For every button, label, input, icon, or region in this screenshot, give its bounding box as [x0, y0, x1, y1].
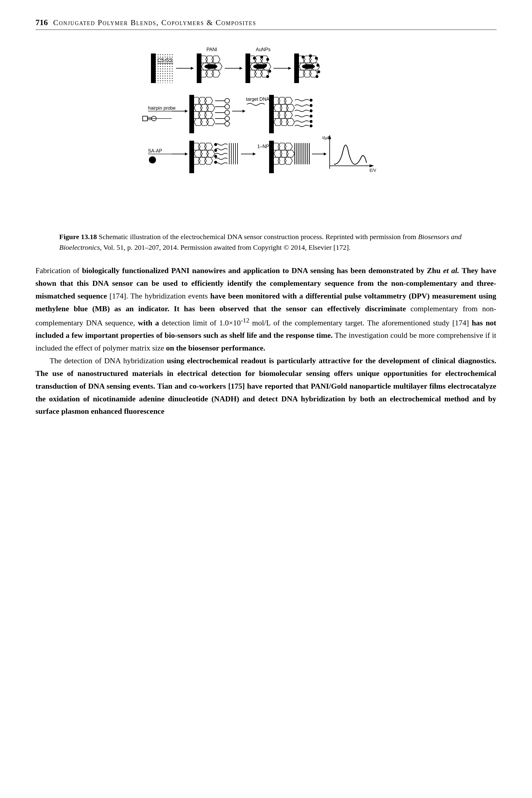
svg-point-29: [302, 56, 305, 58]
arrow3-head: [288, 67, 291, 70]
aunp-dot5: [268, 70, 271, 73]
figure-caption: Figure 13.18 Schematic illustration of t…: [59, 231, 473, 253]
svg-marker-49: [204, 111, 213, 118]
svg-marker-85: [204, 143, 213, 150]
electrochemical-graph: I/μA E/V: [322, 135, 376, 173]
bold-text-4: has not included a few important propert…: [35, 318, 496, 339]
svg-marker-67: [280, 104, 288, 111]
pani-label: PANI: [207, 47, 217, 52]
svg-point-77: [309, 109, 312, 112]
svg-marker-48: [198, 111, 207, 118]
caption-end: , Vol. 51, p. 201–207, 2014. Permission …: [100, 243, 350, 251]
svg-marker-91: [204, 157, 213, 164]
svg-point-76: [309, 104, 312, 107]
svg-marker-102: [278, 143, 286, 150]
svg-point-58: [225, 110, 229, 115]
arrow1-head: [191, 67, 194, 70]
arrow2-head: [240, 67, 243, 70]
svg-marker-105: [280, 150, 288, 157]
one-np-label: 1–NP: [257, 144, 269, 149]
sa-ap-arrow: [185, 152, 188, 155]
dna-wave: [247, 104, 265, 106]
svg-marker-52: [207, 118, 215, 126]
svg-point-79: [309, 120, 312, 123]
electrode-bar-6: [269, 95, 274, 133]
svg-marker-45: [200, 104, 209, 111]
row2-block1: [192, 97, 229, 126]
hairpin-arrow-head: [185, 110, 188, 113]
electrode-bar-2: [197, 54, 202, 83]
svg-marker-64: [278, 97, 286, 104]
electrode-bar-7: [189, 141, 194, 173]
svg-rect-36: [143, 116, 147, 121]
svg-marker-9: [206, 70, 214, 77]
svg-marker-103: [284, 143, 292, 150]
svg-marker-88: [207, 150, 215, 157]
row3-block1: [192, 143, 238, 164]
svg-point-80: [309, 125, 312, 127]
svg-marker-18: [254, 70, 263, 77]
svg-marker-27: [303, 70, 311, 77]
pani-ellipse: [204, 64, 217, 69]
paragraph-2: The detection of DNA hybridization using…: [35, 355, 496, 418]
svg-point-97: [214, 143, 217, 146]
svg-marker-4: [212, 56, 220, 63]
hairpin-probe-label-text: hairpin probe: [148, 106, 176, 111]
svg-marker-121: [369, 164, 374, 167]
svg-rect-1: [156, 54, 173, 83]
svg-marker-106: [286, 150, 294, 157]
svg-point-33: [317, 70, 320, 73]
svg-marker-66: [274, 104, 282, 111]
figure-container: CS-GS: [35, 42, 497, 253]
svg-marker-44: [194, 104, 202, 111]
page-header: 716 Conjugated Polymer Blends, Copolymer…: [35, 18, 497, 30]
electrode-bar-8: [269, 141, 274, 173]
sa-ap-dot: [149, 156, 156, 164]
svg-marker-73: [280, 118, 288, 126]
page-number: 716: [35, 18, 48, 27]
electrode-bar-3: [245, 54, 250, 83]
electrode-bar-4: [294, 54, 299, 83]
bold-text-5: on the biosensor performance.: [166, 344, 265, 352]
y-axis-label: I/μA: [322, 135, 330, 140]
aunp-dot6: [266, 75, 269, 78]
svg-marker-86: [194, 150, 202, 157]
svg-marker-43: [204, 97, 213, 104]
svg-marker-71: [284, 111, 292, 118]
svg-point-99: [214, 155, 217, 158]
graph-arrow-head: [324, 152, 327, 155]
aunp-dot1: [253, 57, 256, 60]
row2-arrow-head: [243, 110, 245, 113]
svg-point-32: [316, 64, 319, 67]
svg-marker-68: [286, 104, 294, 111]
final-ellipse-1: [302, 64, 315, 69]
svg-marker-72: [274, 118, 282, 126]
svg-point-60: [225, 116, 229, 121]
svg-marker-70: [278, 111, 286, 118]
electrode-bar-5: [189, 95, 194, 133]
sa-ap-label: SA-AP: [148, 148, 162, 153]
svg-marker-46: [207, 104, 215, 111]
aunps-honeycomb: [248, 56, 271, 78]
svg-marker-104: [274, 150, 282, 157]
svg-marker-87: [200, 150, 209, 157]
bold-text-3: with a: [138, 318, 159, 327]
svg-marker-84: [198, 143, 207, 150]
svg-marker-50: [194, 118, 202, 126]
electrode-bar-1: [151, 54, 156, 83]
final-block-1: [297, 54, 320, 78]
svg-marker-74: [286, 118, 294, 126]
aunp-dot2: [260, 56, 263, 58]
svg-marker-42: [198, 97, 207, 104]
svg-point-56: [225, 104, 229, 109]
svg-point-100: [214, 161, 217, 164]
aunp-dot3: [266, 58, 269, 61]
svg-point-62: [225, 122, 229, 126]
svg-point-54: [225, 98, 229, 103]
figure-svg: CS-GS: [133, 42, 399, 225]
aunp-dot4: [264, 64, 267, 67]
cs-gs-texture: [156, 54, 173, 83]
svg-marker-10: [212, 70, 220, 77]
body-text: Fabrication of biologically functionaliz…: [35, 264, 496, 418]
figure-diagram: CS-GS: [133, 42, 399, 226]
